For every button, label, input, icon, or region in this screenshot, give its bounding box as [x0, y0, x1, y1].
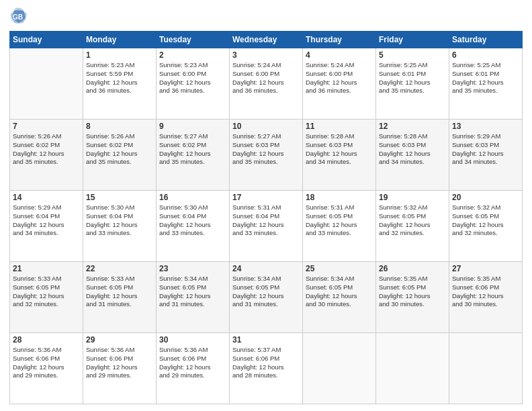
- calendar-table: SundayMondayTuesdayWednesdayThursdayFrid…: [9, 31, 523, 404]
- day-number: 10: [232, 122, 300, 131]
- day-cell: 17Sunrise: 5:31 AMSunset: 6:04 PMDayligh…: [230, 191, 303, 262]
- day-info: Sunrise: 5:31 AMSunset: 6:05 PMDaylight:…: [306, 203, 373, 238]
- day-cell: 16Sunrise: 5:30 AMSunset: 6:04 PMDayligh…: [157, 191, 230, 262]
- day-cell: 12Sunrise: 5:28 AMSunset: 6:03 PMDayligh…: [376, 120, 449, 191]
- day-info: Sunrise: 5:35 AMSunset: 6:05 PMDaylight:…: [379, 275, 446, 309]
- logo-icon: GB: [9, 7, 28, 26]
- day-number: 5: [379, 50, 446, 60]
- day-number: 28: [13, 335, 80, 345]
- day-info: Sunrise: 5:24 AMSunset: 6:00 PMDaylight:…: [306, 61, 373, 95]
- week-row-2: 7Sunrise: 5:26 AMSunset: 6:02 PMDaylight…: [10, 120, 523, 191]
- day-info: Sunrise: 5:27 AMSunset: 6:02 PMDaylight:…: [159, 132, 226, 167]
- day-number: 30: [159, 335, 226, 345]
- day-cell: 6Sunrise: 5:25 AMSunset: 6:01 PMDaylight…: [449, 48, 523, 120]
- day-cell: [303, 333, 376, 404]
- day-info: Sunrise: 5:25 AMSunset: 6:01 PMDaylight:…: [379, 61, 446, 95]
- day-info: Sunrise: 5:37 AMSunset: 6:06 PMDaylight:…: [232, 346, 300, 380]
- day-number: 2: [159, 50, 226, 60]
- day-info: Sunrise: 5:26 AMSunset: 6:02 PMDaylight:…: [86, 132, 153, 167]
- day-info: Sunrise: 5:29 AMSunset: 6:03 PMDaylight:…: [452, 132, 519, 167]
- day-info: Sunrise: 5:30 AMSunset: 6:04 PMDaylight:…: [86, 203, 153, 238]
- day-cell: 24Sunrise: 5:34 AMSunset: 6:05 PMDayligh…: [230, 262, 303, 333]
- day-info: Sunrise: 5:25 AMSunset: 6:01 PMDaylight:…: [452, 61, 519, 95]
- day-cell: [376, 333, 449, 404]
- column-header-sunday: Sunday: [10, 32, 83, 48]
- day-info: Sunrise: 5:32 AMSunset: 6:05 PMDaylight:…: [452, 203, 519, 238]
- week-row-3: 14Sunrise: 5:29 AMSunset: 6:04 PMDayligh…: [10, 191, 523, 262]
- day-cell: 3Sunrise: 5:24 AMSunset: 6:00 PMDaylight…: [230, 48, 303, 120]
- day-info: Sunrise: 5:30 AMSunset: 6:04 PMDaylight:…: [159, 203, 226, 238]
- day-number: 13: [452, 122, 519, 131]
- column-header-thursday: Thursday: [303, 32, 376, 48]
- day-cell: 30Sunrise: 5:36 AMSunset: 6:06 PMDayligh…: [157, 333, 230, 404]
- day-info: Sunrise: 5:31 AMSunset: 6:04 PMDaylight:…: [232, 203, 300, 238]
- day-info: Sunrise: 5:29 AMSunset: 6:04 PMDaylight:…: [13, 203, 80, 238]
- column-header-saturday: Saturday: [449, 32, 523, 48]
- header: GB: [9, 7, 523, 26]
- day-info: Sunrise: 5:27 AMSunset: 6:03 PMDaylight:…: [232, 132, 300, 167]
- day-cell: 4Sunrise: 5:24 AMSunset: 6:00 PMDaylight…: [303, 48, 376, 120]
- day-number: 29: [86, 335, 153, 345]
- day-cell: 31Sunrise: 5:37 AMSunset: 6:06 PMDayligh…: [230, 333, 303, 404]
- column-header-wednesday: Wednesday: [230, 32, 303, 48]
- day-number: 16: [159, 193, 226, 202]
- logo: GB: [9, 7, 31, 26]
- day-number: 22: [86, 264, 153, 273]
- column-header-tuesday: Tuesday: [157, 32, 230, 48]
- day-info: Sunrise: 5:33 AMSunset: 6:05 PMDaylight:…: [86, 275, 153, 309]
- day-number: 15: [86, 193, 153, 202]
- day-number: 1: [86, 50, 153, 60]
- day-cell: 26Sunrise: 5:35 AMSunset: 6:05 PMDayligh…: [376, 262, 449, 333]
- day-number: 12: [379, 122, 446, 131]
- day-cell: 27Sunrise: 5:35 AMSunset: 6:06 PMDayligh…: [449, 262, 523, 333]
- day-cell: 23Sunrise: 5:34 AMSunset: 6:05 PMDayligh…: [157, 262, 230, 333]
- day-number: 27: [452, 264, 519, 273]
- day-info: Sunrise: 5:26 AMSunset: 6:02 PMDaylight:…: [13, 132, 80, 167]
- day-cell: 15Sunrise: 5:30 AMSunset: 6:04 PMDayligh…: [83, 191, 157, 262]
- day-number: 8: [86, 122, 153, 131]
- day-cell: 20Sunrise: 5:32 AMSunset: 6:05 PMDayligh…: [449, 191, 523, 262]
- day-number: 3: [232, 50, 300, 60]
- day-cell: 11Sunrise: 5:28 AMSunset: 6:03 PMDayligh…: [303, 120, 376, 191]
- day-info: Sunrise: 5:34 AMSunset: 6:05 PMDaylight:…: [232, 275, 300, 309]
- day-cell: 21Sunrise: 5:33 AMSunset: 6:05 PMDayligh…: [10, 262, 83, 333]
- day-number: 17: [232, 193, 300, 202]
- day-number: 23: [159, 264, 226, 273]
- week-row-5: 28Sunrise: 5:36 AMSunset: 6:06 PMDayligh…: [10, 333, 523, 404]
- day-info: Sunrise: 5:36 AMSunset: 6:06 PMDaylight:…: [13, 346, 80, 380]
- day-number: 9: [159, 122, 226, 131]
- day-info: Sunrise: 5:33 AMSunset: 6:05 PMDaylight:…: [13, 275, 80, 309]
- day-cell: 5Sunrise: 5:25 AMSunset: 6:01 PMDaylight…: [376, 48, 449, 120]
- day-number: 31: [232, 335, 300, 345]
- day-cell: 8Sunrise: 5:26 AMSunset: 6:02 PMDaylight…: [83, 120, 157, 191]
- day-cell: 13Sunrise: 5:29 AMSunset: 6:03 PMDayligh…: [449, 120, 523, 191]
- day-number: 11: [306, 122, 373, 131]
- day-info: Sunrise: 5:28 AMSunset: 6:03 PMDaylight:…: [306, 132, 373, 167]
- day-info: Sunrise: 5:24 AMSunset: 6:00 PMDaylight:…: [232, 61, 300, 95]
- day-number: 6: [452, 50, 519, 60]
- day-info: Sunrise: 5:32 AMSunset: 6:05 PMDaylight:…: [379, 203, 446, 238]
- day-cell: 2Sunrise: 5:23 AMSunset: 6:00 PMDaylight…: [157, 48, 230, 120]
- day-info: Sunrise: 5:34 AMSunset: 6:05 PMDaylight:…: [159, 275, 226, 309]
- week-row-1: 1Sunrise: 5:23 AMSunset: 5:59 PMDaylight…: [10, 48, 523, 120]
- day-cell: 10Sunrise: 5:27 AMSunset: 6:03 PMDayligh…: [230, 120, 303, 191]
- day-number: 24: [232, 264, 300, 273]
- day-info: Sunrise: 5:35 AMSunset: 6:06 PMDaylight:…: [452, 275, 519, 309]
- day-number: 4: [306, 50, 373, 60]
- day-info: Sunrise: 5:23 AMSunset: 6:00 PMDaylight:…: [159, 61, 226, 95]
- day-info: Sunrise: 5:34 AMSunset: 6:05 PMDaylight:…: [306, 275, 373, 309]
- day-cell: [10, 48, 83, 120]
- day-number: 7: [13, 122, 80, 131]
- day-info: Sunrise: 5:28 AMSunset: 6:03 PMDaylight:…: [379, 132, 446, 167]
- page: GB SundayMondayTuesdayWednesdayThursdayF…: [0, 0, 532, 411]
- day-info: Sunrise: 5:36 AMSunset: 6:06 PMDaylight:…: [86, 346, 153, 380]
- day-info: Sunrise: 5:23 AMSunset: 5:59 PMDaylight:…: [86, 61, 153, 95]
- day-number: 21: [13, 264, 80, 273]
- column-header-friday: Friday: [376, 32, 449, 48]
- week-row-4: 21Sunrise: 5:33 AMSunset: 6:05 PMDayligh…: [10, 262, 523, 333]
- day-cell: 1Sunrise: 5:23 AMSunset: 5:59 PMDaylight…: [83, 48, 157, 120]
- day-cell: [449, 333, 523, 404]
- day-number: 14: [13, 193, 80, 202]
- day-cell: 19Sunrise: 5:32 AMSunset: 6:05 PMDayligh…: [376, 191, 449, 262]
- day-cell: 9Sunrise: 5:27 AMSunset: 6:02 PMDaylight…: [157, 120, 230, 191]
